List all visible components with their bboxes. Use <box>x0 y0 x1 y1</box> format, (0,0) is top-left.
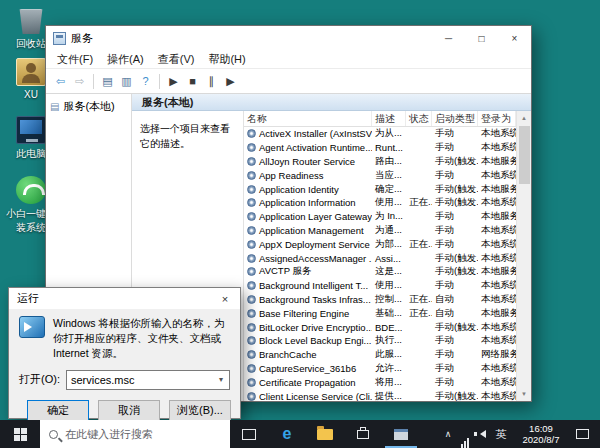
table-row[interactable]: BranchCache 此服... 手动 网络服务 <box>244 348 516 362</box>
service-startup-type: 手动 <box>432 238 478 251</box>
table-row[interactable]: Application Information 使用... 正在... 手动(触… <box>244 196 516 210</box>
back-icon[interactable]: ⇦ <box>51 72 70 91</box>
pause-service-icon[interactable]: ∥ <box>202 72 221 91</box>
table-row[interactable]: AssignedAccessManager ... Assi... 手动(触发.… <box>244 251 516 265</box>
service-startup-type: 手动(触发... <box>432 265 478 278</box>
scrollbar-thumb[interactable] <box>519 126 530 184</box>
menu-item[interactable]: 查看(V) <box>151 52 202 67</box>
service-logon-as: 本地服务 <box>478 183 516 196</box>
cancel-button[interactable]: 取消 <box>98 400 160 421</box>
xiaobai-app-icon <box>16 176 46 204</box>
tree-item-label: 服务(本地) <box>63 99 114 114</box>
service-startup-type: 手动 <box>432 362 478 375</box>
restart-service-icon[interactable]: ▶ <box>221 72 240 91</box>
service-description: 允许... <box>372 362 406 375</box>
network-icon[interactable] <box>457 420 473 448</box>
action-center-button[interactable] <box>569 420 595 448</box>
tree-item-services-local[interactable]: ▤ 服务(本地) <box>46 97 131 116</box>
service-startup-type: 手动(触发... <box>432 252 478 265</box>
table-row[interactable]: Application Identity 确定... 手动(触发... 本地服务 <box>244 182 516 196</box>
table-row[interactable]: AppX Deployment Service (... 为部... 正在...… <box>244 237 516 251</box>
table-row[interactable]: Certificate Propagation 将用... 手动 本地系统 <box>244 375 516 389</box>
maximize-button[interactable]: □ <box>465 26 498 50</box>
table-row[interactable]: CaptureService_361b6 允许... 手动 本地系统 <box>244 362 516 376</box>
close-icon[interactable]: × <box>210 288 240 309</box>
export-list-icon[interactable]: ▥ <box>117 72 136 91</box>
chevron-down-icon[interactable]: ▾ <box>213 375 229 384</box>
table-row[interactable]: Client License Service (Cli... 提供... 手动(… <box>244 389 516 401</box>
table-row[interactable]: Background Intelligent T... 使用... 手动 本地系… <box>244 279 516 293</box>
console-node-icon: ▤ <box>50 101 59 112</box>
table-row[interactable]: Background Tasks Infras... 控制... 正在... 自… <box>244 293 516 307</box>
table-row[interactable]: Base Filtering Engine 基础... 正在... 自动 本地服… <box>244 306 516 320</box>
service-name: CaptureService_361b6 <box>259 363 356 374</box>
run-dialog-titlebar[interactable]: 运行 × <box>9 288 240 309</box>
service-gear-icon <box>247 226 256 235</box>
column-header-status[interactable]: 状态 <box>406 111 432 126</box>
tray-chevron-up-icon[interactable]: ∧ <box>439 420 457 448</box>
table-row[interactable]: Application Layer Gateway ... 为 In... 手动… <box>244 210 516 224</box>
open-combobox[interactable]: services.msc ▾ <box>66 370 230 390</box>
column-header-name[interactable]: 名称 <box>244 111 372 126</box>
table-row[interactable]: BitLocker Drive Encryptio... BDE... 手动(触… <box>244 320 516 334</box>
help-icon[interactable]: ? <box>136 72 155 91</box>
service-status: 正在... <box>406 307 432 320</box>
close-button[interactable]: × <box>498 26 531 50</box>
service-description: 为从... <box>372 127 406 140</box>
service-name: AVCTP 服务 <box>259 265 311 278</box>
user-icon <box>16 58 46 86</box>
service-name: Application Identity <box>259 184 339 195</box>
service-name: App Readiness <box>259 170 323 181</box>
file-explorer-button[interactable] <box>306 420 344 448</box>
scroll-down-icon[interactable]: ▼ <box>517 387 531 401</box>
task-view-button[interactable] <box>230 420 268 448</box>
table-row[interactable]: ActiveX Installer (AxInstSV) 为从... 手动 本地… <box>244 127 516 141</box>
service-logon-as: 本地服务 <box>478 210 516 223</box>
service-status: 正在... <box>406 293 432 306</box>
forward-icon[interactable]: ⇨ <box>70 72 89 91</box>
service-description: BDE... <box>372 322 406 333</box>
service-gear-icon <box>247 129 256 138</box>
table-row[interactable]: App Readiness 当应... 手动 本地系统 <box>244 168 516 182</box>
taskbar: 在此键入进行搜索 e ∧ 英 16:09 2020/8/7 <box>0 420 600 448</box>
services-taskbar-button[interactable] <box>382 420 420 448</box>
stop-service-icon[interactable]: ■ <box>183 72 202 91</box>
browse-button[interactable]: 浏览(B)... <box>169 400 231 421</box>
menu-item[interactable]: 帮助(H) <box>201 52 252 67</box>
minimize-button[interactable]: ─ <box>432 26 465 50</box>
service-startup-type: 手动(触发... <box>432 183 478 196</box>
column-header-logon-as[interactable]: 登录为 <box>478 111 516 126</box>
table-row[interactable]: Application Management 为通... 手动 本地系统 <box>244 224 516 238</box>
table-row[interactable]: AVCTP 服务 这是... 手动(触发... 本地服务 <box>244 265 516 279</box>
service-logon-as: 本地系统 <box>478 390 516 401</box>
ok-button[interactable]: 确定 <box>27 400 89 421</box>
edge-button[interactable]: e <box>268 420 306 448</box>
input-method-indicator[interactable]: 英 <box>489 420 513 448</box>
run-dialog: 运行 × Windows 将根据你所输入的名称，为你打开相应的程序、文件夹、文档… <box>8 287 241 419</box>
menu-item[interactable]: 文件(F) <box>50 52 100 67</box>
scroll-up-icon[interactable]: ▲ <box>517 111 531 125</box>
start-button[interactable] <box>0 420 40 448</box>
taskbar-clock[interactable]: 16:09 2020/8/7 <box>513 420 569 448</box>
service-gear-icon <box>247 157 256 166</box>
table-row[interactable]: Block Level Backup Engi... 执行... 手动 本地系统 <box>244 334 516 348</box>
service-gear-icon <box>247 281 256 290</box>
service-gear-icon <box>247 378 256 387</box>
volume-icon[interactable] <box>473 420 489 448</box>
service-description: 使用... <box>372 279 406 292</box>
table-row[interactable]: Agent Activation Runtime... Runt... 手动 本… <box>244 141 516 155</box>
service-startup-type: 手动 <box>432 348 478 361</box>
service-description: 路由... <box>372 155 406 168</box>
show-console-tree-icon[interactable]: ▤ <box>98 72 117 91</box>
service-startup-type: 手动 <box>432 127 478 140</box>
store-button[interactable] <box>344 420 382 448</box>
taskbar-search-input[interactable]: 在此键入进行搜索 <box>40 420 230 448</box>
start-service-icon[interactable]: ▶ <box>164 72 183 91</box>
toolbar-separator <box>93 74 94 89</box>
services-titlebar[interactable]: 服务 ─ □ × <box>46 26 531 50</box>
menu-item[interactable]: 操作(A) <box>100 52 151 67</box>
column-header-description[interactable]: 描述 <box>372 111 406 126</box>
vertical-scrollbar[interactable]: ▲ ▼ <box>516 111 531 401</box>
table-row[interactable]: AllJoyn Router Service 路由... 手动(触发... 本地… <box>244 155 516 169</box>
column-header-startup-type[interactable]: 启动类型 <box>432 111 478 126</box>
